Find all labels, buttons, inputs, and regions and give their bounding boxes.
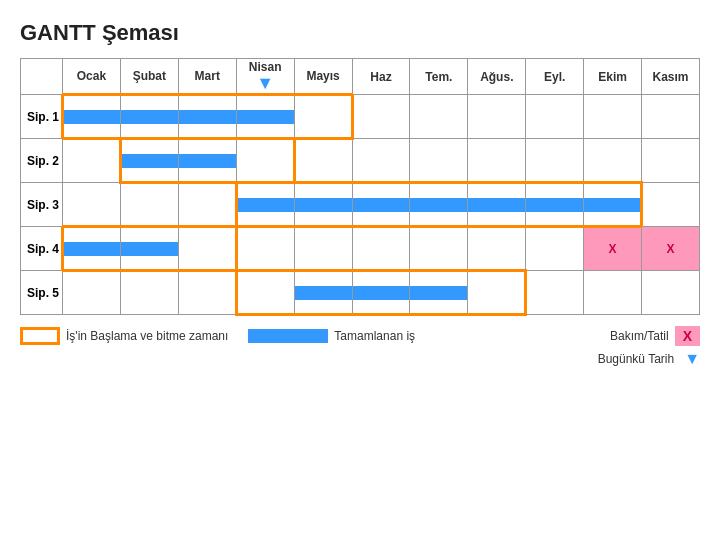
- header-empty: [21, 59, 63, 95]
- gantt-cell: [63, 271, 121, 315]
- header-agus: Ağus.: [468, 59, 526, 95]
- gantt-cell: [63, 95, 121, 139]
- gantt-cell: [352, 227, 410, 271]
- gantt-cell: [294, 183, 352, 227]
- gantt-cell: [63, 227, 121, 271]
- gantt-cell: [236, 139, 294, 183]
- gantt-cell: [294, 271, 352, 315]
- gantt-cell: [352, 183, 410, 227]
- header-haz: Haz: [352, 59, 410, 95]
- gantt-cell: [526, 139, 584, 183]
- gantt-cell: [642, 183, 700, 227]
- legend-today-label: Bugünkü Tarih: [598, 352, 675, 366]
- gantt-cell: [294, 139, 352, 183]
- legend-bracket-item: İş'in Başlama ve bitme zamanı: [20, 327, 228, 345]
- gantt-cell: [468, 95, 526, 139]
- gantt-cell: [63, 183, 121, 227]
- gantt-cell: [236, 95, 294, 139]
- gantt-cell: [352, 95, 410, 139]
- maintenance-icon: X: [675, 326, 700, 346]
- header-kasim: Kasım: [642, 59, 700, 95]
- row-label-5: Sip. 5: [21, 271, 63, 315]
- table-row: Sip. 1: [21, 95, 700, 139]
- gantt-cell: [294, 227, 352, 271]
- gantt-cell: [352, 139, 410, 183]
- header-eyl: Eyl.: [526, 59, 584, 95]
- gantt-cell: [410, 183, 468, 227]
- header-nisan: Nisan ▼: [236, 59, 294, 95]
- header-ekim: Ekim: [584, 59, 642, 95]
- today-icon: ▼: [684, 350, 700, 368]
- gantt-cell: [410, 139, 468, 183]
- today-marker-header: ▼: [256, 74, 274, 92]
- table-row: Sip. 3: [21, 183, 700, 227]
- header-ocak: Ocak: [63, 59, 121, 95]
- gantt-cell: [468, 227, 526, 271]
- blue-bar-icon: [248, 329, 328, 343]
- legend-bar-item: Tamamlanan iş: [248, 329, 415, 343]
- gantt-cell: [120, 271, 178, 315]
- row-label-1: Sip. 1: [21, 95, 63, 139]
- row-label-3: Sip. 3: [21, 183, 63, 227]
- gantt-cell: [584, 271, 642, 315]
- gantt-cell: [178, 183, 236, 227]
- legend-right: Bakım/Tatil X: [610, 326, 700, 346]
- gantt-cell: [178, 227, 236, 271]
- gantt-cell: [120, 95, 178, 139]
- gantt-cell: [584, 139, 642, 183]
- gantt-cell: [468, 271, 526, 315]
- gantt-cell: [468, 139, 526, 183]
- gantt-cell: [526, 183, 584, 227]
- gantt-chart: Ocak Şubat Mart Nisan ▼ Mayıs Haz Tem. A…: [20, 58, 700, 316]
- legend-maintenance-item: Bakım/Tatil X: [610, 326, 700, 346]
- gantt-cell: [642, 139, 700, 183]
- gantt-cell: [526, 271, 584, 315]
- legend: İş'in Başlama ve bitme zamanı Tamamlanan…: [20, 326, 700, 346]
- gantt-cell: [584, 95, 642, 139]
- table-row: Sip. 2: [21, 139, 700, 183]
- legend-bar-label: Tamamlanan iş: [334, 329, 415, 343]
- gantt-cell: [236, 227, 294, 271]
- table-row: Sip. 4 X X: [21, 227, 700, 271]
- gantt-cell: [178, 271, 236, 315]
- maintenance-cell-ekim: X: [584, 227, 642, 271]
- gantt-cell: [178, 139, 236, 183]
- gantt-cell: [120, 139, 178, 183]
- gantt-cell: [526, 95, 584, 139]
- gantt-cell: [584, 183, 642, 227]
- gantt-cell: [63, 139, 121, 183]
- gantt-cell: [294, 95, 352, 139]
- row-label-4: Sip. 4: [21, 227, 63, 271]
- table-row: Sip. 5: [21, 271, 700, 315]
- gantt-cell: [120, 227, 178, 271]
- gantt-cell: [178, 95, 236, 139]
- header-mayis: Mayıs: [294, 59, 352, 95]
- gantt-cell: [642, 271, 700, 315]
- bracket-icon: [20, 327, 60, 345]
- gantt-cell: [410, 271, 468, 315]
- header-mart: Mart: [178, 59, 236, 95]
- gantt-cell: [352, 271, 410, 315]
- maintenance-cell-kasim: X: [642, 227, 700, 271]
- legend-bracket-label: İş'in Başlama ve bitme zamanı: [66, 329, 228, 343]
- page-title: GANTT Şeması: [20, 20, 700, 46]
- gantt-cell: [526, 227, 584, 271]
- header-subat: Şubat: [120, 59, 178, 95]
- header-tem: Tem.: [410, 59, 468, 95]
- gantt-cell: [410, 95, 468, 139]
- legend-row2: Bugünkü Tarih ▼: [20, 350, 700, 368]
- gantt-cell: [236, 271, 294, 315]
- gantt-cell: [120, 183, 178, 227]
- legend-maintenance-label: Bakım/Tatil: [610, 329, 669, 343]
- gantt-cell: [410, 227, 468, 271]
- row-label-2: Sip. 2: [21, 139, 63, 183]
- gantt-cell: [642, 95, 700, 139]
- gantt-cell: [468, 183, 526, 227]
- gantt-cell: [236, 183, 294, 227]
